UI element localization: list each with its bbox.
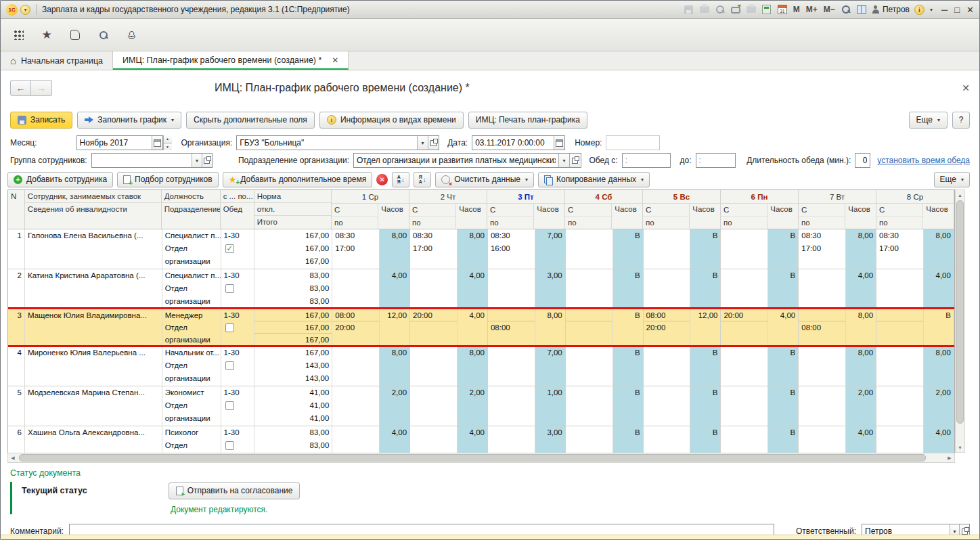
scroll-left-icon[interactable]: ◀ xyxy=(8,455,18,461)
day-time-cell[interactable] xyxy=(332,269,380,309)
day-hours-cell[interactable]: 12,00 xyxy=(380,309,410,346)
day-time-cell[interactable] xyxy=(721,386,768,426)
day-hours-cell[interactable]: 8,00 xyxy=(924,229,954,269)
horizontal-scroll-thumb[interactable] xyxy=(19,454,926,462)
day-time-cell[interactable] xyxy=(488,426,535,453)
position-cell[interactable]: ЭкономистОтдел организации ... xyxy=(162,386,221,426)
day-hours-cell[interactable]: 3,00 xyxy=(535,426,566,453)
print-schedule-button[interactable]: ИМЦ: Печать план-графика xyxy=(468,112,587,129)
day-time-cell[interactable] xyxy=(332,386,380,426)
lunch-to-field[interactable] xyxy=(696,153,736,168)
department-field[interactable]: ▾ xyxy=(353,153,581,168)
lunch-from-input[interactable] xyxy=(623,154,670,167)
tab-home[interactable]: ⌂ Начальная страница xyxy=(1,51,113,70)
day-time-cell[interactable] xyxy=(488,386,535,426)
day-time-cell[interactable]: 08:0020:00 xyxy=(644,309,691,346)
day-time-cell[interactable] xyxy=(644,426,691,453)
day-time-cell[interactable] xyxy=(410,269,458,309)
day-hours-cell[interactable]: 7,00 xyxy=(535,229,566,269)
day-time-cell[interactable] xyxy=(644,229,691,269)
organization-input[interactable] xyxy=(237,136,417,150)
month-field[interactable] xyxy=(76,135,163,150)
day-hours-cell[interactable]: 2,00 xyxy=(846,386,876,426)
info-caret-icon[interactable]: ▾ xyxy=(930,7,933,13)
day-hours-cell[interactable]: В xyxy=(768,229,799,269)
department-input[interactable] xyxy=(354,154,558,167)
day-hours-cell[interactable]: В xyxy=(613,309,644,346)
date-input[interactable] xyxy=(472,136,554,150)
table-more-button[interactable]: Еще▾ xyxy=(934,172,970,187)
table-row[interactable]: 4Мироненко Юлия Валерьевна ...Начальник … xyxy=(8,346,954,386)
day-hours-cell[interactable]: 12,00 xyxy=(690,309,721,346)
print-icon[interactable] xyxy=(699,4,710,15)
lunch-checkbox[interactable] xyxy=(225,284,234,293)
day-hours-cell[interactable]: 4,00 xyxy=(846,269,876,309)
period-cell[interactable]: 1-30 xyxy=(221,426,255,453)
norm-cell[interactable]: 167,00167,00167,00 xyxy=(254,309,332,346)
period-cell[interactable]: 1-30 xyxy=(221,386,255,426)
period-cell[interactable]: 1-30 xyxy=(221,269,255,309)
day-hours-cell[interactable]: В xyxy=(768,269,799,309)
memory-button[interactable]: М xyxy=(793,5,801,14)
day-time-cell[interactable] xyxy=(332,346,380,386)
employee-cell[interactable]: Катина Кристина Араратовна (... xyxy=(25,269,162,309)
day-hours-cell[interactable]: 8,00 xyxy=(846,309,876,346)
lunch-length-input[interactable] xyxy=(855,154,870,167)
add-employee-button[interactable]: + Добавить сотрудника xyxy=(7,172,113,187)
position-cell[interactable]: МенеджерОтдел организации ... xyxy=(162,309,221,346)
day-hours-cell[interactable]: В xyxy=(690,386,721,426)
lunch-from-field[interactable] xyxy=(622,153,671,168)
employee-cell[interactable]: Гапонова Елена Васильевна (... xyxy=(25,229,162,269)
day-hours-cell[interactable]: В xyxy=(613,426,644,453)
time-types-info-button[interactable]: i Информация о видах времени xyxy=(319,112,464,129)
position-cell[interactable]: Начальник от...Отдел организации ... xyxy=(162,346,221,386)
table-row[interactable]: 2Катина Кристина Араратовна (...Специали… xyxy=(8,269,954,309)
save-button[interactable]: Записать xyxy=(10,112,72,129)
day-hours-cell[interactable]: 8,00 xyxy=(380,346,410,386)
norm-cell[interactable]: 83,0083,0083,00 xyxy=(254,426,332,453)
day-hours-cell[interactable]: 8,00 xyxy=(846,229,876,269)
day-time-cell[interactable] xyxy=(488,346,535,386)
date-calendar-button[interactable] xyxy=(554,136,564,150)
day-hours-cell[interactable]: 8,00 xyxy=(380,229,410,269)
day-hours-cell[interactable]: В xyxy=(613,269,644,309)
print-preview-icon[interactable] xyxy=(715,4,726,15)
day-hours-cell[interactable]: 2,00 xyxy=(458,386,488,426)
day-time-cell[interactable]: 08:3017:00 xyxy=(799,229,846,269)
day-hours-cell[interactable]: 4,00 xyxy=(846,426,876,453)
lunch-to-input[interactable] xyxy=(696,154,736,167)
send-approval-button[interactable]: Отправить на согласование xyxy=(169,482,300,499)
day-hours-cell[interactable]: 8,00 xyxy=(846,346,876,386)
info-button[interactable]: i xyxy=(914,5,925,15)
calculator-icon[interactable] xyxy=(761,4,772,15)
lunch-length-field[interactable] xyxy=(855,153,870,168)
day-hours-cell[interactable]: 3,00 xyxy=(535,269,566,309)
user-button[interactable]: Петров xyxy=(872,5,910,14)
delete-row-button[interactable]: ✕ xyxy=(376,174,388,185)
scroll-up-icon[interactable]: ▲ xyxy=(958,190,962,200)
employee-cell[interactable]: Модзелевская Марина Степан... xyxy=(25,386,162,426)
day-time-cell[interactable] xyxy=(566,386,613,426)
day-hours-cell[interactable]: 7,00 xyxy=(535,346,566,386)
day-time-cell[interactable] xyxy=(332,426,380,453)
back-button[interactable]: ← xyxy=(10,80,31,96)
save-copy-icon[interactable] xyxy=(746,4,757,15)
position-cell[interactable]: Специалист п...Отдел организации ... xyxy=(162,269,221,309)
day-time-cell[interactable] xyxy=(644,269,691,309)
month-spinner[interactable]: ▲▼ xyxy=(163,135,172,150)
search-icon[interactable] xyxy=(97,28,110,42)
day-hours-cell[interactable]: 4,00 xyxy=(924,426,954,453)
day-time-cell[interactable] xyxy=(799,426,846,453)
day-time-cell[interactable] xyxy=(644,346,691,386)
day-time-cell[interactable]: 20:00 xyxy=(410,309,458,346)
department-open-button[interactable] xyxy=(569,154,580,167)
number-field[interactable] xyxy=(606,135,660,150)
day-hours-cell[interactable]: 8,00 xyxy=(458,229,488,269)
day-time-cell[interactable] xyxy=(876,426,924,453)
employee-cell[interactable]: Хашина Ольга Александровна... xyxy=(25,426,162,453)
lunch-checkbox[interactable] xyxy=(225,323,234,332)
day-time-cell[interactable] xyxy=(721,346,768,386)
position-cell[interactable]: ПсихологОтдел организации ... xyxy=(162,426,221,453)
scroll-down-icon[interactable]: ▼ xyxy=(958,443,962,452)
tab-active-document[interactable]: ИМЦ: План-график рабочего времени (созда… xyxy=(113,51,349,70)
